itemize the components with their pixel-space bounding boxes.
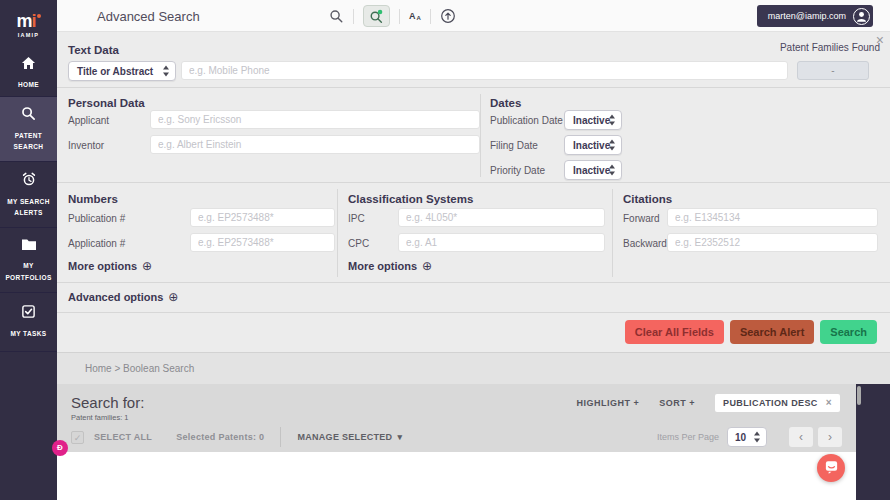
divider [480, 94, 481, 177]
advanced-options-label: Advanced options [68, 291, 163, 303]
publication-number-input[interactable] [190, 208, 335, 227]
stepper-icon [609, 165, 616, 176]
sidebar-item-label: HOME [3, 79, 55, 90]
plus-circle-icon: ⊕ [142, 260, 152, 272]
results-list-area [57, 452, 856, 500]
sidebar-item-patent-search[interactable]: PATENT SEARCH [0, 97, 57, 162]
applicant-input[interactable] [150, 110, 480, 129]
more-options-label: More options [348, 260, 417, 272]
section-actions: Clear All Fields Search Alert Search [57, 313, 890, 352]
section-heading: Classification Systems [348, 193, 473, 205]
search-for-block: Search for: Patent families: 1 [71, 394, 144, 422]
topbar-icon-group: A A [329, 0, 456, 32]
brand-logo[interactable]: mi IAMIP [0, 0, 57, 50]
field-label: Publication # [68, 213, 125, 224]
filing-date-select[interactable]: Inactive [564, 135, 622, 155]
page-title: Advanced Search [97, 9, 200, 24]
plus-circle-icon: ⊕ [422, 260, 432, 272]
logo-wordmark: mi [16, 12, 40, 30]
select-all-checkbox[interactable]: ✓ [71, 431, 84, 444]
selected-option: Inactive [573, 140, 610, 151]
sidebar-item-my-portfolios[interactable]: MY PORTFOLIOS [0, 228, 57, 293]
divider [430, 9, 431, 24]
user-email: marten@iamip.com [768, 11, 846, 21]
publication-date-select[interactable]: Inactive [564, 110, 622, 130]
search-alert-button[interactable]: Search Alert [730, 320, 814, 344]
text-field-type-select[interactable]: Title or Abstract [68, 61, 176, 81]
highlight-button[interactable]: HIGHLIGHT + [576, 398, 639, 408]
selected-option: Inactive [573, 165, 610, 176]
text-size-icon[interactable]: A A [409, 12, 421, 21]
logo-letter-m: m [16, 11, 31, 31]
stepper-icon [163, 66, 170, 77]
forward-citations-input[interactable] [667, 208, 878, 227]
chat-launcher-button[interactable] [817, 454, 845, 482]
selected-option: Title or Abstract [77, 66, 153, 77]
field-label: Inventor [68, 140, 104, 151]
selected-patents-count: Selected Patents: 0 [176, 432, 264, 442]
cpc-input[interactable] [398, 233, 605, 252]
section-heading: Text Data [68, 44, 119, 56]
search-icon [21, 106, 36, 125]
action-button-group: Clear All Fields Search Alert Search [625, 320, 877, 344]
results-toolbar-row: ✓ SELECT ALL Selected Patents: 0 MANAGE … [57, 422, 856, 452]
selected-option: 10 [735, 432, 746, 443]
manage-selected-label: MANAGE SELECTED [297, 432, 392, 442]
section-numbers-classification-citations: Numbers Publication # Application # More… [57, 183, 890, 283]
text-data-input[interactable] [181, 61, 788, 80]
items-per-page-select[interactable]: 10 [727, 427, 767, 447]
feedback-badge[interactable]: Đ [52, 440, 68, 456]
sidebar-item-label: MY TASKS [3, 328, 55, 339]
advanced-options-link[interactable]: Advanced options ⊕ [68, 291, 178, 303]
caret-down-icon: ▾ [397, 432, 402, 442]
items-per-page-label: Items Per Page [657, 432, 719, 442]
ipc-input[interactable] [398, 208, 605, 227]
remove-sort-icon[interactable]: × [826, 398, 832, 408]
chat-smile-icon [824, 459, 839, 478]
select-all-label[interactable]: SELECT ALL [94, 432, 152, 442]
field-label: Applicant [68, 115, 109, 126]
priority-date-select[interactable]: Inactive [564, 160, 622, 180]
stepper-icon [609, 115, 616, 126]
section-advanced-options: Advanced options ⊕ [57, 283, 890, 313]
application-number-input[interactable] [190, 233, 335, 252]
sidebar-item-my-search-alerts[interactable]: MY SEARCH ALERTS [0, 162, 57, 228]
backward-citations-input[interactable] [667, 233, 878, 252]
breadcrumb-bar: Home > Boolean Search [57, 352, 890, 384]
divider [612, 189, 613, 277]
classification-more-options-link[interactable]: More options ⊕ [348, 260, 432, 272]
avatar-icon [853, 8, 870, 25]
user-account-button[interactable]: marten@iamip.com [757, 5, 873, 27]
numbers-more-options-link[interactable]: More options ⊕ [68, 260, 152, 272]
results-title-row: Search for: Patent families: 1 HIGHLIGHT… [57, 384, 856, 422]
section-heading: Numbers [68, 193, 118, 205]
sort-chip-label: PUBLICATION DESC [723, 398, 818, 408]
breadcrumb[interactable]: Home > Boolean Search [85, 363, 194, 374]
inventor-input[interactable] [150, 135, 480, 154]
field-label: Priority Date [490, 165, 545, 176]
letter-a-large: A [409, 12, 416, 21]
scrollbar-thumb[interactable] [857, 386, 861, 405]
active-search-button[interactable] [363, 5, 390, 27]
clear-all-fields-button[interactable]: Clear All Fields [625, 320, 724, 344]
divider [353, 9, 354, 24]
field-label: IPC [348, 213, 365, 224]
search-icon[interactable] [329, 9, 344, 24]
section-heading: Dates [490, 97, 521, 109]
sidebar-item-my-tasks[interactable]: MY TASKS [0, 293, 57, 352]
sidebar-item-home[interactable]: HOME [0, 50, 57, 97]
sort-chip[interactable]: PUBLICATION DESC × [715, 394, 840, 412]
field-label: Backward [623, 238, 667, 249]
search-button[interactable]: Search [820, 320, 877, 344]
divider [337, 189, 338, 277]
sidebar: mi IAMIP HOME PATENT SEARCH MY SEARCH AL… [0, 0, 57, 500]
topbar: Advanced Search A A marten@iamip.com [57, 0, 890, 32]
divider [399, 9, 400, 24]
sidebar-item-label: PATENT SEARCH [3, 130, 55, 152]
home-icon [21, 56, 36, 74]
manage-selected-button[interactable]: MANAGE SELECTED ▾ [280, 427, 402, 447]
upload-circle-icon[interactable] [440, 8, 456, 24]
next-page-button[interactable]: › [818, 427, 842, 447]
sort-button[interactable]: SORT + [659, 398, 695, 408]
previous-page-button[interactable]: ‹ [789, 427, 813, 447]
